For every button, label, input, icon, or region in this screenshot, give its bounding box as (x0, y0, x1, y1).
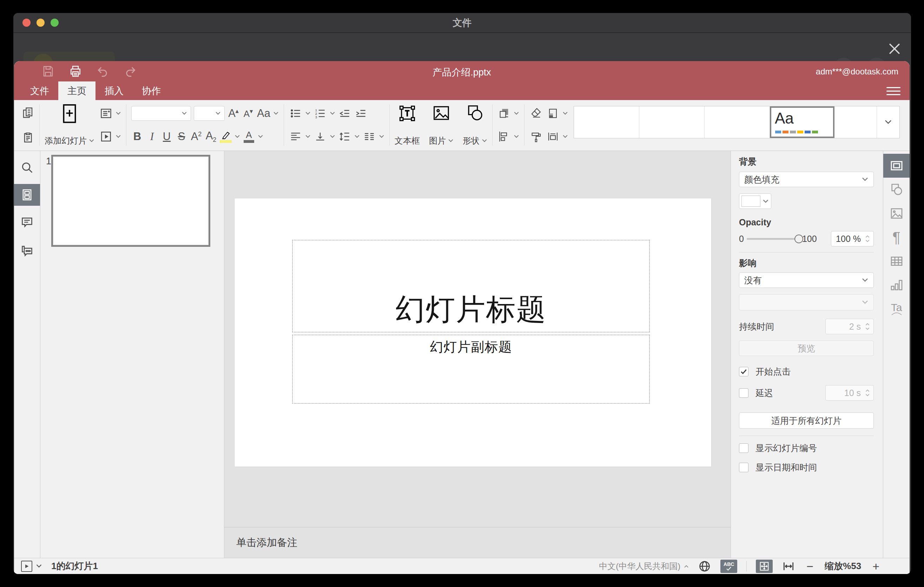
slide-thumbnail[interactable] (51, 155, 210, 247)
start-on-click-checkbox[interactable] (739, 367, 749, 376)
align-shape-button[interactable] (497, 127, 511, 146)
document-language-button[interactable] (698, 560, 711, 573)
chevron-down-icon[interactable] (182, 111, 187, 115)
chevron-down-icon[interactable] (305, 111, 311, 115)
underline-button[interactable]: U (161, 130, 173, 143)
bold-button[interactable]: B (131, 130, 143, 143)
zoom-in-button[interactable]: + (870, 560, 881, 572)
copy-button[interactable] (21, 104, 35, 122)
language-selector[interactable]: 中文(中华人民共和国) (599, 561, 689, 572)
chevron-down-icon[interactable] (234, 134, 240, 139)
paragraph-settings-tab[interactable]: ¶ (883, 225, 909, 249)
theme-option-selected[interactable]: Aa (770, 106, 835, 138)
slide[interactable]: 幻灯片标题 幻灯片副标题 (234, 198, 711, 467)
chevron-down-icon[interactable] (215, 111, 221, 115)
slide-settings-tab[interactable] (883, 154, 909, 178)
chevron-down-icon[interactable] (513, 134, 519, 139)
delay-checkbox[interactable] (739, 388, 749, 398)
chevron-down-icon[interactable] (330, 111, 335, 115)
print-button[interactable] (68, 63, 84, 79)
font-name-input[interactable] (131, 106, 191, 121)
chart-settings-tab[interactable] (883, 273, 909, 297)
slide-size-button[interactable] (546, 127, 559, 146)
theme-option[interactable] (574, 106, 639, 138)
chat-button[interactable] (14, 240, 40, 262)
show-date-checkbox[interactable] (739, 463, 749, 472)
spinner-arrows[interactable] (865, 323, 870, 330)
save-button[interactable] (40, 63, 56, 79)
theme-option[interactable] (639, 106, 705, 138)
insert-image-button[interactable]: 图片 (429, 104, 454, 147)
duration-input[interactable]: 2 s (825, 319, 874, 334)
fit-to-width-button[interactable] (782, 560, 795, 573)
slides-panel-button[interactable] (14, 184, 40, 206)
increase-indent-button[interactable] (354, 104, 368, 122)
table-settings-tab[interactable] (883, 249, 909, 273)
decrease-font-button[interactable]: A▾ (242, 107, 254, 119)
chevron-down-icon[interactable] (354, 134, 360, 139)
opacity-slider[interactable] (747, 238, 799, 240)
tab-insert[interactable]: 插入 (96, 81, 133, 100)
comments-button[interactable] (14, 211, 40, 233)
vertical-align-button[interactable] (314, 127, 327, 146)
spinner-arrows[interactable] (865, 389, 870, 397)
zoom-out-button[interactable]: − (804, 560, 815, 572)
spinner-arrows[interactable] (865, 235, 870, 242)
apply-to-all-slides-button[interactable]: 适用于所有幻灯片 (739, 412, 874, 429)
opacity-slider-handle[interactable] (794, 234, 803, 243)
delay-input[interactable]: 10 s (825, 385, 874, 401)
font-color-button[interactable]: A (243, 130, 255, 143)
chevron-down-icon[interactable] (379, 134, 384, 139)
image-settings-tab[interactable] (883, 201, 909, 225)
close-dialog-button[interactable] (886, 41, 903, 57)
start-slideshow-status-button[interactable] (21, 561, 32, 572)
chevron-down-icon[interactable] (563, 134, 568, 139)
subtitle-placeholder[interactable]: 幻灯片副标题 (292, 335, 650, 404)
highlight-color-button[interactable] (220, 130, 232, 143)
fit-to-slide-button[interactable] (756, 560, 773, 573)
menu-button[interactable] (886, 84, 901, 97)
tab-collaboration[interactable]: 协作 (133, 81, 170, 100)
background-fill-select[interactable]: 颜色填充 (739, 171, 874, 187)
chevron-down-icon[interactable] (305, 134, 311, 139)
copy-style-button[interactable] (530, 128, 543, 147)
undo-button[interactable] (95, 63, 111, 79)
columns-button[interactable] (363, 127, 376, 146)
increase-font-button[interactable]: A▴ (228, 107, 239, 120)
search-button[interactable] (14, 157, 40, 178)
numbered-list-button[interactable]: 123 (314, 104, 327, 122)
change-case-button[interactable]: Aa (257, 107, 270, 120)
title-placeholder[interactable]: 幻灯片标题 (292, 240, 650, 333)
subscript-button[interactable]: A2 (205, 130, 217, 143)
notes-area[interactable]: 单击添加备注 (224, 527, 731, 558)
chevron-down-icon[interactable] (273, 111, 279, 115)
slide-canvas[interactable]: 幻灯片标题 幻灯片副标题 (224, 151, 731, 527)
chevron-down-icon[interactable] (116, 134, 121, 139)
spellcheck-button[interactable]: ABC (720, 560, 737, 573)
line-spacing-button[interactable] (338, 127, 351, 146)
strikethrough-button[interactable]: S (175, 130, 188, 143)
start-slideshow-button[interactable] (99, 127, 113, 146)
horizontal-align-button[interactable] (289, 127, 302, 146)
italic-button[interactable]: I (146, 130, 158, 143)
arrange-shape-button[interactable] (497, 104, 511, 122)
preview-button[interactable]: 预览 (739, 341, 874, 356)
add-slide-button[interactable]: 添加幻灯片 (45, 104, 94, 147)
chevron-down-icon[interactable] (563, 111, 568, 115)
minimize-window-icon[interactable] (36, 18, 45, 27)
textart-settings-tab[interactable]: Ta (883, 297, 909, 321)
tab-home[interactable]: 主页 (58, 81, 96, 100)
effect-option-select[interactable] (739, 294, 874, 310)
bullet-list-button[interactable] (289, 104, 302, 122)
close-window-icon[interactable] (23, 18, 31, 27)
background-color-picker[interactable] (739, 193, 771, 209)
decrease-indent-button[interactable] (338, 104, 351, 122)
chevron-down-icon[interactable] (36, 564, 42, 569)
chevron-down-icon[interactable] (330, 134, 335, 139)
clear-style-button[interactable] (530, 104, 543, 122)
show-slide-number-checkbox[interactable] (739, 444, 749, 453)
theme-option[interactable] (835, 106, 876, 138)
color-scheme-button[interactable] (546, 104, 559, 122)
slide-layout-button[interactable] (99, 104, 113, 122)
chevron-down-icon[interactable] (116, 111, 121, 115)
